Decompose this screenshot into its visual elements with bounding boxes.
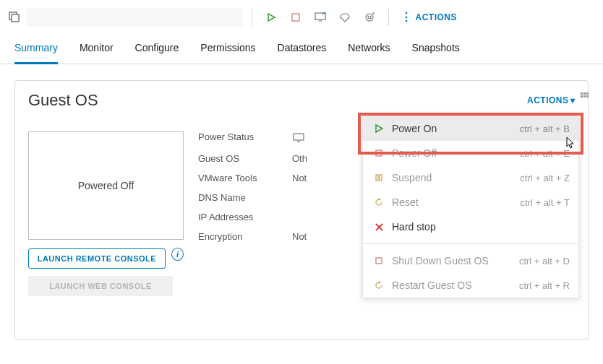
vm-icon	[7, 10, 22, 25]
play-icon	[372, 124, 386, 133]
separator	[252, 9, 252, 26]
menu-hard-stop[interactable]: Hard stop	[363, 214, 578, 239]
menu-label: Hard stop	[392, 221, 570, 233]
menu-shortcut: ctrl + alt + Z	[520, 173, 570, 183]
menu-shutdown-guest: Shut Down Guest OS ctrl + alt + D	[363, 248, 578, 273]
menu-shortcut: ctrl + alt + D	[519, 256, 570, 266]
encryption-value: Not	[292, 231, 307, 242]
tab-networks[interactable]: Networks	[348, 35, 390, 64]
menu-label: Restart Guest OS	[392, 280, 519, 291]
panel-actions-label: ACTIONS	[527, 95, 569, 105]
stop-icon	[372, 257, 386, 264]
svg-rect-7	[376, 150, 382, 156]
reset-icon	[372, 198, 386, 207]
svg-rect-1	[12, 14, 19, 22]
toolbar-actions-label: ACTIONS	[416, 12, 458, 22]
power-status-value	[292, 131, 309, 144]
separator	[388, 9, 389, 26]
tab-monitor[interactable]: Monitor	[80, 35, 114, 64]
menu-suspend: Suspend ctrl + alt + Z	[363, 165, 578, 190]
power-actions-menu: Power On ctrl + alt + B Power Off ctrl +…	[362, 116, 579, 298]
tab-datastores[interactable]: Datastores	[278, 35, 327, 64]
guest-os-value: Oth	[292, 153, 307, 164]
vmware-tools-value: Not	[292, 173, 307, 183]
tab-configure[interactable]: Configure	[135, 35, 179, 64]
svg-rect-8	[376, 175, 378, 181]
vmware-tools-label: VMware Tools	[198, 173, 292, 183]
dots-vertical-icon: ⋮	[401, 12, 413, 23]
tab-snapshots[interactable]: Snapshots	[412, 35, 460, 64]
svg-point-5	[368, 16, 371, 19]
svg-rect-10	[376, 258, 382, 264]
panel-header: Guest OS ACTIONS ▾	[28, 91, 575, 110]
panel-actions-button[interactable]: ACTIONS ▾	[527, 95, 575, 105]
menu-label: Power Off	[392, 147, 520, 159]
menu-separator	[363, 243, 578, 244]
menu-power-off: Power Off ctrl + alt + E	[363, 141, 578, 165]
encryption-label: Encryption	[198, 231, 292, 242]
pause-icon	[372, 174, 386, 181]
top-toolbar: ⋮ ACTIONS	[0, 0, 603, 35]
cursor-icon	[565, 136, 576, 152]
launch-web-console-button: LAUNCH WEB CONSOLE	[28, 276, 173, 296]
menu-label: Power On	[392, 123, 520, 134]
svg-point-4	[366, 14, 373, 21]
info-icon[interactable]: i	[171, 248, 184, 261]
svg-rect-3	[315, 13, 325, 20]
menu-label: Shut Down Guest OS	[392, 255, 519, 266]
menu-shortcut: ctrl + alt + T	[521, 197, 570, 208]
reset-icon	[372, 281, 386, 290]
toolbar-power-on-button[interactable]	[261, 7, 281, 27]
menu-shortcut: ctrl + alt + R	[519, 280, 570, 291]
panel-title: Guest OS	[28, 91, 98, 110]
tab-summary[interactable]: Summary	[14, 35, 58, 64]
tab-permissions[interactable]: Permissions	[200, 35, 255, 64]
toolbar-snapshot-button[interactable]	[359, 7, 380, 27]
menu-shortcut: ctrl + alt + E	[520, 148, 570, 159]
chevron-down-icon: ▾	[570, 95, 576, 105]
toolbar-actions-menu[interactable]: ⋮ ACTIONS	[401, 12, 457, 23]
dns-name-label: DNS Name	[198, 192, 292, 203]
vm-title-placeholder	[26, 8, 243, 27]
power-status-label: Power Status	[198, 131, 292, 144]
launch-remote-console-button[interactable]: LAUNCH REMOTE CONSOLE	[28, 248, 166, 269]
svg-rect-9	[380, 175, 382, 181]
toolbar-console-button[interactable]	[310, 7, 330, 27]
x-icon	[372, 223, 386, 231]
menu-label: Reset	[392, 196, 521, 208]
tabs: Summary Monitor Configure Permissions Da…	[0, 35, 603, 64]
ip-addresses-label: IP Addresses	[198, 212, 292, 222]
toolbar-migrate-button[interactable]	[335, 7, 355, 27]
toolbar-power-off-button[interactable]	[286, 7, 306, 27]
guest-os-panel: Guest OS ACTIONS ▾ Powered Off LAUNCH RE…	[14, 80, 589, 340]
power-state-text: Powered Off	[78, 180, 134, 191]
menu-restart-guest: Restart Guest OS ctrl + alt + R	[363, 273, 578, 298]
stop-icon	[372, 150, 386, 157]
menu-reset: Reset ctrl + alt + T	[363, 190, 578, 214]
svg-rect-2	[292, 14, 299, 21]
menu-shortcut: ctrl + alt + B	[520, 124, 570, 134]
console-preview[interactable]: Powered Off	[28, 131, 184, 240]
guest-os-label: Guest OS	[198, 153, 292, 164]
console-icon	[292, 131, 305, 144]
panel-left-column: Powered Off LAUNCH REMOTE CONSOLE i LAUN…	[28, 131, 184, 296]
panel-drag-handle[interactable]	[579, 90, 589, 100]
menu-power-on[interactable]: Power On ctrl + alt + B	[363, 116, 578, 141]
svg-rect-6	[294, 134, 304, 140]
menu-label: Suspend	[392, 172, 520, 183]
